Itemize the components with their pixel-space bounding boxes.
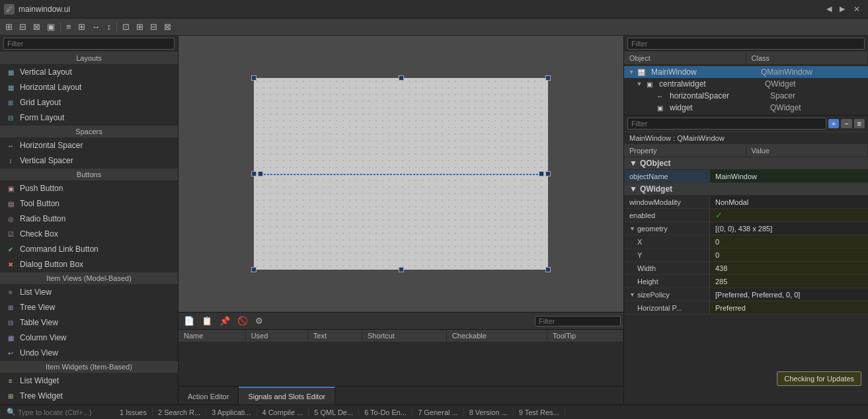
toolbar-btn-2[interactable]: ⊟ (17, 20, 29, 33)
widget-item-undo-view[interactable]: ↩ Undo View (0, 346, 178, 361)
widget-item-push-button[interactable]: ▣ Push Button (0, 181, 178, 196)
nav-prev-button[interactable]: ◀ (823, 3, 835, 15)
delete-action-button[interactable]: 🚫 (235, 315, 251, 327)
status-compile[interactable]: 4 Compile ... (257, 408, 309, 416)
action-filter-input[interactable] (535, 316, 621, 326)
inspector-row-hspacer[interactable]: ▶ ↔ horizontalSpacer Spacer (624, 90, 868, 102)
paste-action-button[interactable]: 📌 (217, 315, 233, 327)
handle-mid-left[interactable] (251, 171, 256, 176)
prop-row-enabled[interactable]: enabled ✓ (624, 209, 868, 222)
inspector-filter-input[interactable] (627, 38, 865, 50)
widget-filter-input[interactable] (3, 38, 175, 50)
prop-row-horizontal-policy[interactable]: Horizontal P... Preferred (624, 301, 868, 315)
tree-toggle-mainwindow[interactable]: ▼ (627, 67, 636, 77)
toolbar-btn-7[interactable]: ↔ (89, 20, 103, 33)
widget-item-tree-view[interactable]: ⊞ Tree View (0, 300, 178, 315)
inspector-row-centralwidget[interactable]: ▼ ▣ centralwidget QWidget (624, 78, 868, 90)
status-test[interactable]: 9 Test Res... (514, 408, 565, 416)
prop-section-qwidget[interactable]: ▼ QWidget (624, 183, 868, 196)
status-todo[interactable]: 6 To-Do En... (359, 408, 413, 416)
prop-value-horizontal-p[interactable]: Preferred (710, 301, 868, 314)
widget-item-horizontal-layout[interactable]: ▦ Horizontal Layout (0, 80, 178, 95)
widget-item-form-layout[interactable]: ⊟ Form Layout (0, 110, 178, 126)
handle-top-right[interactable] (545, 75, 551, 81)
inspector-row-widget[interactable]: ▶ ▣ widget QWidget (624, 102, 868, 114)
status-qml[interactable]: 5 QML De... (309, 408, 359, 416)
copy-action-button[interactable]: 📋 (199, 315, 215, 327)
widget-item-tree-widget[interactable]: ⊞ Tree Widget (0, 389, 178, 404)
handle-mid-right[interactable] (545, 171, 551, 176)
inspector-row-mainwindow[interactable]: ▼ 🪟 MainWindow QMainWindow (624, 66, 868, 78)
prop-value-y[interactable]: 0 (710, 248, 868, 261)
handle-bottom-left[interactable] (251, 267, 256, 272)
settings-action-button[interactable]: ⚙ (253, 315, 266, 327)
widget-item-grid-layout[interactable]: ⊞ Grid Layout (0, 95, 178, 110)
widget-item-list-view[interactable]: ≡ List View (0, 285, 178, 300)
widget-item-table-view[interactable]: ⊟ Table View (0, 315, 178, 330)
widget-item-horizontal-spacer[interactable]: ↔ Horizontal Spacer (0, 138, 178, 153)
widget-item-radio-button[interactable]: ◎ Radio Button (0, 211, 178, 227)
toolbar-btn-11[interactable]: ⊟ (147, 20, 160, 33)
prop-add-button[interactable]: + (828, 119, 839, 128)
prop-row-sizepolicy[interactable]: ▼sizePolicy [Preferred, Preferred, 0, 0] (624, 288, 868, 301)
prop-filter-input[interactable] (627, 118, 826, 130)
sizepolicy-toggle[interactable]: ▼ (629, 291, 635, 298)
status-application[interactable]: 3 Applicati... (206, 408, 256, 416)
toolbar-btn-10[interactable]: ⊞ (134, 20, 146, 33)
prop-value-x[interactable]: 0 (710, 235, 868, 248)
toolbar-btn-4[interactable]: ▣ (44, 20, 58, 33)
canvas-container[interactable] (178, 36, 623, 312)
prop-value-width[interactable]: 438 (710, 262, 868, 274)
status-search[interactable]: 2 Search R... (153, 408, 206, 416)
tree-toggle-centralwidget[interactable]: ▼ (635, 79, 644, 89)
toolbar-btn-9[interactable]: ⊡ (120, 20, 132, 33)
widget-item-command-link[interactable]: ✔ Command Link Button (0, 242, 178, 257)
toolbar-btn-12[interactable]: ⊠ (161, 20, 174, 33)
prop-row-x[interactable]: X 0 (624, 235, 868, 248)
widget-item-check-box[interactable]: ☑ Check Box (0, 227, 178, 242)
toolbar-btn-6[interactable]: ⊞ (75, 20, 88, 33)
prop-row-windowmodality[interactable]: windowModality NonModal (624, 196, 868, 209)
widget-item-tool-button[interactable]: ▤ Tool Button (0, 196, 178, 211)
widget-item-vertical-spacer[interactable]: ↕ Vertical Spacer (0, 153, 178, 169)
tree-view-label: Tree View (20, 303, 55, 312)
status-version[interactable]: 8 Version ... (464, 408, 514, 416)
widget-item-dialog-button[interactable]: ✖ Dialog Button Box (0, 257, 178, 272)
tab-signals-slots[interactable]: Signals and Slots Editor (239, 387, 335, 404)
main-toolbar: ⊞ ⊟ ⊠ ▣ ≡ ⊞ ↔ ↕ ⊡ ⊞ ⊟ ⊠ (0, 19, 868, 36)
prop-value-enabled[interactable]: ✓ (710, 209, 868, 221)
prop-options-button[interactable]: ≡ (854, 119, 865, 128)
nav-next-button[interactable]: ▶ (836, 3, 848, 15)
widget-item-column-view[interactable]: ▦ Column View (0, 330, 178, 346)
handle-bottom-mid[interactable] (399, 267, 404, 272)
widget-item-list-widget[interactable]: ≡ List Widget (0, 373, 178, 389)
widget-item-vertical-layout[interactable]: ▦ Vertical Layout (0, 65, 178, 80)
handle-top-mid[interactable] (399, 75, 404, 81)
prop-remove-button[interactable]: − (841, 119, 851, 128)
prop-row-width[interactable]: Width 438 (624, 262, 868, 275)
prop-row-y[interactable]: Y 0 (624, 248, 868, 262)
prop-value-windowmodality[interactable]: NonModal (710, 196, 868, 208)
prop-value-sizepolicy[interactable]: [Preferred, Preferred, 0, 0] (710, 288, 868, 301)
prop-value-geometry[interactable]: [(0, 0), 438 x 285] (710, 222, 868, 235)
status-search-input[interactable] (18, 408, 110, 416)
toolbar-btn-8[interactable]: ↕ (104, 20, 114, 33)
status-issues[interactable]: 1 Issues (114, 408, 153, 416)
prop-row-objectname[interactable]: objectName MainWindow (624, 170, 868, 183)
toolbar-btn-1[interactable]: ⊞ (3, 20, 15, 33)
prop-row-height[interactable]: Height 285 (624, 275, 868, 288)
prop-row-geometry[interactable]: ▼geometry [(0, 0), 438 x 285] (624, 222, 868, 235)
prop-value-objectname[interactable]: MainWindow (710, 170, 868, 182)
close-button[interactable]: ✕ (849, 3, 864, 15)
handle-bottom-right[interactable] (545, 267, 551, 272)
geometry-toggle[interactable]: ▼ (629, 225, 635, 232)
toolbar-btn-3[interactable]: ⊠ (30, 20, 43, 33)
handle-top-left[interactable] (251, 75, 256, 81)
new-action-button[interactable]: 📄 (181, 315, 197, 327)
status-general[interactable]: 7 General ... (413, 408, 464, 416)
toolbar-btn-5[interactable]: ≡ (63, 20, 74, 33)
tab-action-editor[interactable]: Action Editor (178, 387, 239, 404)
prop-section-qobject[interactable]: ▼ QObject (624, 157, 868, 170)
form-canvas[interactable] (254, 78, 548, 270)
prop-value-height[interactable]: 285 (710, 275, 868, 287)
